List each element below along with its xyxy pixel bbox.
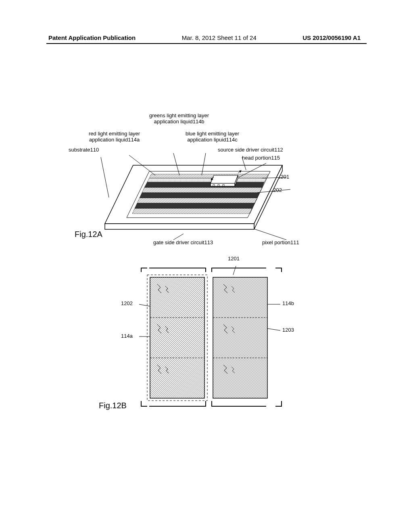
svg-rect-18 — [223, 185, 224, 186]
figure-12a: greens light emitting layer application … — [69, 113, 351, 254]
label-blue-liquid: blue light emitting layer application li… — [186, 131, 239, 143]
label-b-114b: 114b — [282, 301, 294, 307]
svg-marker-10 — [137, 198, 257, 203]
svg-line-27 — [173, 234, 184, 240]
svg-line-28 — [254, 229, 286, 240]
header-divider — [46, 43, 367, 44]
figure-12b-drawing — [121, 266, 307, 415]
svg-marker-2 — [105, 224, 254, 229]
svg-rect-29 — [150, 277, 204, 398]
svg-marker-5 — [149, 174, 268, 178]
svg-line-39 — [267, 328, 280, 330]
label-b-114a: 114a — [121, 333, 133, 339]
label-substrate: substrate110 — [69, 147, 99, 153]
header-right: US 2012/0056190 A1 — [302, 34, 361, 41]
label-b-1201: 1201 — [228, 256, 240, 262]
svg-rect-16 — [213, 185, 215, 186]
label-green-liquid: greens light emitting layer application … — [149, 113, 209, 125]
svg-marker-7 — [144, 182, 264, 187]
page-header: Patent Application Publication Mar. 8, 2… — [0, 34, 413, 41]
svg-marker-6 — [147, 178, 266, 182]
svg-marker-9 — [140, 193, 260, 198]
svg-line-36 — [139, 304, 150, 306]
svg-marker-11 — [135, 203, 255, 208]
header-left: Patent Application Publication — [48, 34, 136, 41]
label-b-1203: 1203 — [282, 327, 294, 333]
svg-marker-13 — [211, 175, 238, 183]
svg-marker-8 — [142, 187, 262, 193]
svg-line-22 — [101, 157, 109, 197]
svg-rect-17 — [218, 185, 219, 186]
header-center: Mar. 8, 2012 Sheet 11 of 24 — [182, 34, 257, 41]
label-b-1202: 1202 — [121, 301, 133, 307]
svg-marker-12 — [132, 208, 252, 214]
label-source-driver: source side driver circuit112 — [218, 147, 283, 153]
label-red-liquid: red light emitting layer application liq… — [89, 131, 140, 143]
figure-12b-title: Fig.12B — [99, 401, 127, 410]
figure-12b: 1201 1202 114a 114b 1203 Fig.12B — [121, 266, 307, 415]
figure-12a-drawing — [93, 153, 315, 246]
svg-rect-30 — [213, 277, 267, 398]
